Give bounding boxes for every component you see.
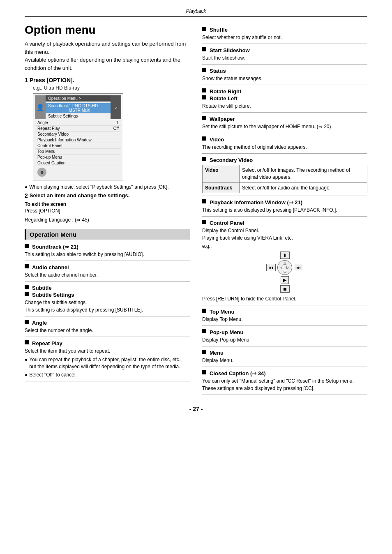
bullet-icon [202, 370, 206, 374]
bullet-icon [202, 329, 206, 333]
page-header: Playback [25, 8, 367, 17]
bullet-icon [25, 264, 29, 268]
ss-row-9: Closed Caption [35, 160, 121, 166]
bullet-icon [202, 88, 206, 92]
bullet-icon [202, 95, 206, 99]
menu-item-video: Video The recording method of original v… [202, 136, 367, 154]
ss-icon-music: ♪ [111, 95, 121, 119]
bullet-icon [202, 309, 206, 313]
bullet-icon [202, 136, 206, 141]
step1-number: 1 Press [OPTION]. [25, 77, 190, 83]
menu-item-angle: Angle Select the number of the angle. [25, 320, 190, 337]
secondary-video-table: Video Select on/off for images. The reco… [202, 165, 367, 193]
ss-row-4: Secondary Video [35, 132, 121, 137]
page-title: Option menu [25, 23, 190, 37]
step1-detail: e.g., Ultra HD Blu-ray [33, 85, 190, 91]
ss-row-1: Subtitle Settings [46, 113, 111, 119]
step1-label: Press [OPTION]. [30, 77, 74, 83]
ss-icon-person: 👤 [35, 95, 46, 119]
menu-item-secondary-video: Secondary Video Video Select on/off for … [202, 157, 367, 196]
menu-item-rotate: Rotate Right Rotate Left Rotate the stil… [202, 88, 367, 113]
screenshot-box: 👤 Operation Menu > Soundtrack1 ENG DTS-H… [33, 93, 123, 180]
ss-row-5: Playback Information Window [35, 137, 121, 143]
ss-row-7: Top Menu [35, 149, 121, 155]
bullet-icon [25, 320, 29, 324]
ss-row-0: Soundtrack1 ENG DTS-HD MSTR Multi [46, 103, 111, 113]
exit-section: To exit the screen Press [OPTION]. [25, 201, 190, 215]
right-column: Shuffle Select whether to play shuffle o… [202, 23, 367, 397]
menu-item-control-panel: Control Panel Display the Control Panel.… [202, 220, 367, 305]
bullet-icon [202, 27, 206, 31]
bullet-icon [202, 157, 206, 161]
bullet-icon [25, 340, 29, 344]
ss-header: Operation Menu > [46, 95, 111, 102]
bullet-icon [202, 68, 206, 72]
ss-row-2: Angle1 [35, 120, 121, 126]
ss-row-8: Pop-up Menu [35, 155, 121, 160]
bullet-icon [202, 350, 206, 354]
bullet-icon [25, 285, 29, 289]
ss-circle-icon: ⊕ [37, 168, 46, 177]
menu-item-menu: Menu Display Menu. [202, 350, 367, 367]
bullet-icon [202, 199, 206, 203]
menu-item-audio-channel: Audio channel Select the audio channel n… [25, 264, 190, 282]
bullet-icon [202, 116, 206, 120]
left-column: Option menu A variety of playback operat… [25, 23, 190, 397]
table-row: Video Select on/off for images. The reco… [203, 165, 367, 183]
menu-item-playback-info: Playback Information Window (⇒ 21) This … [202, 199, 367, 217]
menu-item-popup-menu: Pop-up Menu Display Pop-up Menu. [202, 329, 367, 346]
page-number: - 27 - [25, 406, 367, 412]
bullet-icon [202, 47, 206, 51]
menu-item-subtitle: Subtitle Subtitle Settings Change the su… [25, 285, 190, 316]
ss-row-3: Repeat PlayOff [35, 126, 121, 132]
bullet-icon [202, 220, 206, 224]
control-panel-diagram: ⏸ ⏮ △ ◁▷ ▽ ⏭ ▶ ⏹ [202, 252, 367, 293]
bullet-icon [25, 292, 29, 296]
menu-item-status: Status Show the status messages. [202, 68, 367, 85]
operation-menu-section: Operation Menu [25, 229, 190, 240]
table-row: Soundtrack Select on/off for audio and t… [203, 182, 367, 193]
menu-item-shuffle: Shuffle Select whether to play shuffle o… [202, 27, 367, 44]
menu-item-closed-caption: Closed Caption (⇒ 34) You can only set "… [202, 370, 367, 395]
menu-item-soundtrack: Soundtrack (⇒ 21) This setting is also a… [25, 244, 190, 261]
header-title: Playback [186, 8, 206, 14]
bullet-icon [25, 244, 29, 248]
menu-item-top-menu: Top Menu Display Top Menu. [202, 309, 367, 326]
menu-item-slideshow: Start Slideshow Start the slideshow. [202, 47, 367, 65]
intro-text: A variety of playback operations and set… [25, 40, 190, 72]
menu-item-wallpaper: Wallpaper Set the still picture to the w… [202, 116, 367, 133]
step2-row: 2 Select an item and change the settings… [25, 192, 190, 199]
lang-note: Regarding Language : (⇒ 45) [25, 217, 190, 223]
menu-item-repeat-play: Repeat Play Select the item that you wan… [25, 340, 190, 381]
ss-row-6: Control Panel [35, 143, 121, 149]
bullet-music: ● When playing music, select "Playback S… [25, 184, 190, 191]
eg-label: e.g., [202, 243, 367, 249]
